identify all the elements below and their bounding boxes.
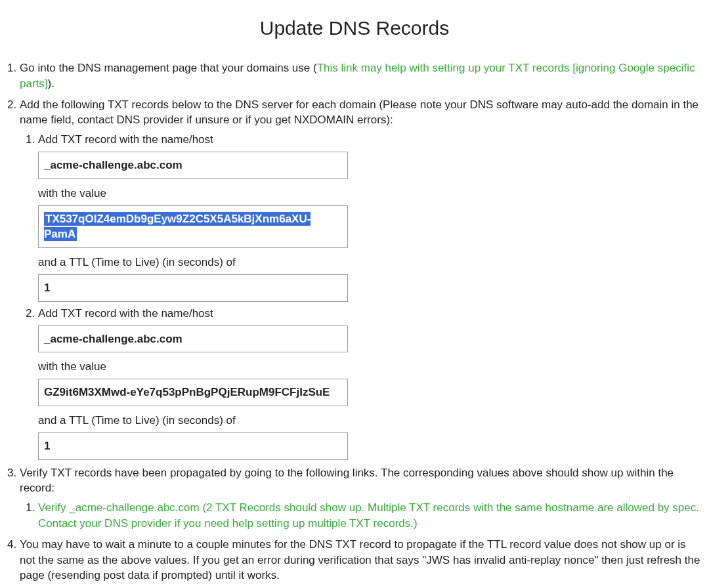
step-4: You may have to wait a minute to a coupl… [20, 537, 701, 583]
record-1-value-input[interactable]: TX537qOIZ4emDb9gEyw9Z2C5X5A5kBjXnm6aXU-P… [38, 205, 348, 249]
verify-link[interactable]: Verify _acme-challenge.abc.com (2 TXT Re… [38, 501, 699, 530]
record-1-ttl-input[interactable]: 1 [38, 274, 348, 302]
record-2-host-input[interactable]: _acme-challenge.abc.com [38, 326, 348, 353]
step-1-post: ). [48, 77, 54, 90]
step-2-text: Add the following TXT records below to t… [20, 98, 698, 127]
record-1-value-label: with the value [38, 186, 701, 201]
record-2: Add TXT record with the name/host _acme-… [38, 306, 701, 460]
record-1-host-input[interactable]: _acme-challenge.abc.com [38, 152, 348, 179]
page-title: Update DNS Records [8, 14, 701, 42]
record-2-value-input[interactable]: GZ9it6M3XMwd-eYe7q53pPnBgPQjERupM9FCFjIz… [38, 379, 348, 406]
step-2: Add the following TXT records below to t… [20, 97, 701, 460]
record-1-intro: Add TXT record with the name/host [38, 133, 213, 146]
record-2-ttl-input[interactable]: 1 [38, 432, 348, 460]
instructions-list: Go into the DNS management page that you… [8, 60, 701, 588]
record-1: Add TXT record with the name/host _acme-… [38, 132, 701, 302]
txt-records-list: Add TXT record with the name/host _acme-… [20, 132, 701, 459]
step-3-text: Verify TXT records have been propagated … [20, 467, 674, 495]
step-1-pre: Go into the DNS management page that you… [20, 62, 317, 74]
record-2-value-label: with the value [38, 359, 701, 375]
record-2-ttl-label: and a TTL (Time to Live) (in seconds) of [38, 413, 701, 429]
record-2-intro: Add TXT record with the name/host [38, 307, 213, 320]
step-3: Verify TXT records have been propagated … [20, 465, 701, 532]
record-1-ttl-label: and a TTL (Time to Live) (in seconds) of [38, 255, 701, 270]
verify-item: Verify _acme-challenge.abc.com (2 TXT Re… [38, 500, 701, 532]
verify-list: Verify _acme-challenge.abc.com (2 TXT Re… [20, 500, 701, 532]
record-1-value-text: TX537qOIZ4emDb9gEyw9Z2C5X5A5kBjXnm6aXU-P… [44, 212, 311, 242]
step-1: Go into the DNS management page that you… [20, 60, 701, 92]
